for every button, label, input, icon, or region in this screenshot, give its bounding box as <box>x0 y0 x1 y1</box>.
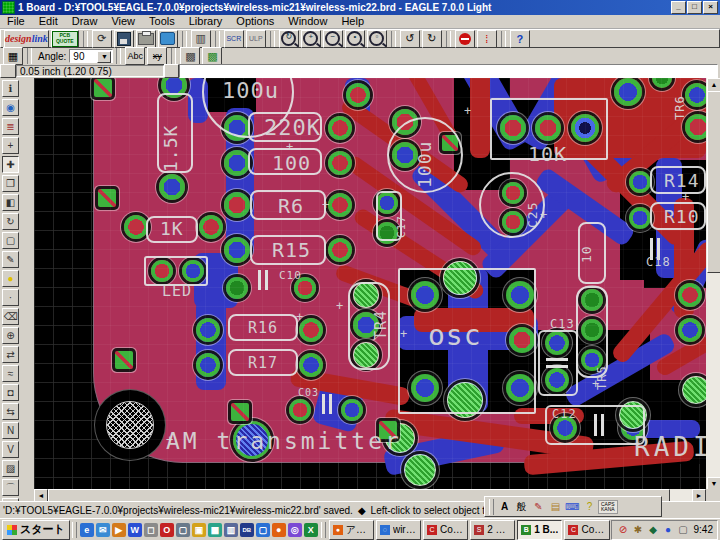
origin-cross[interactable]: + <box>400 328 408 340</box>
origin-cross[interactable]: + <box>336 300 344 312</box>
mark-tool[interactable]: + <box>2 137 19 154</box>
move-tool[interactable]: ✚ <box>2 156 19 173</box>
board-canvas[interactable]: 100u1.5K220K100R6R151KLEDC10R16R17C03AM … <box>34 78 706 489</box>
silkscreen-label[interactable]: 100u <box>222 80 279 102</box>
pad[interactable] <box>685 83 706 107</box>
messenger-icon[interactable]: ● <box>662 523 675 536</box>
display-settings-icon[interactable]: ▢ <box>677 523 690 536</box>
ime-grip[interactable] <box>489 499 494 515</box>
pad[interactable] <box>231 403 249 421</box>
opera-icon[interactable]: O <box>160 523 174 537</box>
display-mode1-button[interactable]: ▩ <box>180 47 200 65</box>
zoom-select-button[interactable]: ▫ <box>367 30 387 48</box>
vertical-scroll-thumb[interactable] <box>707 91 720 273</box>
capacitor-symbol[interactable] <box>258 270 261 290</box>
menu-tools[interactable]: Tools <box>142 15 182 28</box>
capacitor-symbol[interactable] <box>546 365 568 368</box>
pad[interactable] <box>685 114 706 140</box>
rotate-tool[interactable]: ↻ <box>2 213 19 230</box>
word-icon[interactable]: W <box>128 523 142 537</box>
ime-palette-icon[interactable]: ▤ <box>548 499 563 514</box>
ime-conversion-button[interactable]: 般 <box>514 499 529 514</box>
silkscreen-label[interactable]: C03 <box>298 388 319 398</box>
viewer-icon[interactable]: ◻ <box>144 523 158 537</box>
pad[interactable] <box>224 192 250 218</box>
mail-icon[interactable]: ✉ <box>96 523 110 537</box>
pad[interactable] <box>224 237 250 263</box>
export-image-button[interactable] <box>158 30 178 48</box>
ime-help-icon[interactable]: ? <box>582 499 597 514</box>
taskbar-window-eagle-sch[interactable]: S2 Sc... <box>470 520 515 540</box>
menu-library[interactable]: Library <box>182 15 230 28</box>
taskbar-window-search[interactable]: ◌wirel... <box>376 520 421 540</box>
close-button[interactable]: × <box>703 1 718 14</box>
pad[interactable] <box>682 376 706 404</box>
security-shield-icon[interactable]: ◆ <box>647 523 660 536</box>
gateswap-tool[interactable]: ⇆ <box>2 403 19 420</box>
pcb-quote-button[interactable]: PCBQUOTE <box>51 30 79 48</box>
miter-tool[interactable]: ⌒ <box>2 479 19 496</box>
updater-icon[interactable]: ✱ <box>632 523 645 536</box>
origin-cross[interactable]: + <box>682 191 690 203</box>
pad[interactable] <box>224 150 250 176</box>
show-tool[interactable]: ◉ <box>2 99 19 116</box>
zoom-fit-button[interactable]: • <box>345 30 365 48</box>
taskbar-window-firefox[interactable]: ●アクセ... <box>329 520 374 540</box>
component-outline[interactable] <box>538 330 578 396</box>
value-tool[interactable]: V <box>2 441 19 458</box>
open-board-button[interactable]: ⟳ <box>92 30 112 48</box>
undo-button[interactable]: ↺ <box>400 30 420 48</box>
menu-options[interactable]: Options <box>229 15 281 28</box>
silkscreen-label[interactable]: TR4 <box>374 310 389 340</box>
menu-draw[interactable]: Draw <box>65 15 105 28</box>
text-style-button[interactable]: Abc <box>125 47 145 65</box>
silkscreen-label[interactable]: AM transmitter <box>166 430 402 453</box>
image-viewer-icon[interactable]: ▦ <box>208 523 222 537</box>
silkscreen-label[interactable]: 1.5K <box>162 125 180 172</box>
database-icon[interactable]: DB <box>240 523 254 537</box>
delete-tool[interactable]: ⌫ <box>2 308 19 325</box>
pad[interactable] <box>328 193 352 217</box>
menu-help[interactable]: Help <box>334 15 371 28</box>
pad[interactable] <box>226 277 248 299</box>
display-layers-tool[interactable]: ≣ <box>2 118 19 135</box>
scroll-up-icon[interactable]: ▲ <box>707 78 720 92</box>
menu-window[interactable]: Window <box>281 15 334 28</box>
vertical-scrollbar[interactable]: ▲ ▼ <box>706 78 720 489</box>
silkscreen-label[interactable]: C10 <box>279 270 302 281</box>
zoom-redraw-button[interactable]: ↻ <box>279 30 299 48</box>
save-button[interactable] <box>114 30 134 48</box>
cut-tool[interactable]: · <box>2 289 19 306</box>
my-computer-icon[interactable]: ▥ <box>224 523 238 537</box>
silkscreen-label[interactable]: LED <box>162 284 192 299</box>
smash-tool[interactable]: ▨ <box>2 460 19 477</box>
pad[interactable] <box>678 283 702 307</box>
angle-dropdown[interactable]: 90 ▼ <box>69 49 113 63</box>
ime-caps-kana[interactable]: CAPSKANA <box>598 500 618 514</box>
origin-cross[interactable]: + <box>464 105 472 117</box>
silkscreen-label[interactable]: C25 <box>526 202 539 228</box>
explorer-icon[interactable]: ▣ <box>192 523 206 537</box>
display-mode2-button[interactable]: ▩ <box>202 47 222 65</box>
show-desktop-icon[interactable]: ▢ <box>176 523 190 537</box>
silkscreen-label[interactable]: TR6 <box>674 95 686 120</box>
taskbar-window-red-c[interactable]: CCont... <box>564 520 609 540</box>
menu-file[interactable]: File <box>0 15 32 28</box>
pad[interactable] <box>341 399 363 421</box>
pad[interactable] <box>299 353 323 377</box>
silkscreen-label[interactable]: 220K <box>264 117 321 139</box>
volume-muted-icon[interactable]: ⊘ <box>617 523 630 536</box>
zoom-in-button[interactable]: + <box>301 30 321 48</box>
ie-icon[interactable]: e <box>80 523 94 537</box>
origin-cross[interactable]: + <box>166 434 174 446</box>
pinswap-tool[interactable]: ⇄ <box>2 346 19 363</box>
pad[interactable] <box>94 79 112 97</box>
group-tool[interactable]: ▢ <box>2 232 19 249</box>
pad[interactable] <box>328 238 352 262</box>
menu-edit[interactable]: Edit <box>32 15 65 28</box>
info-tool[interactable]: ℹ <box>2 80 19 97</box>
coord-mini-button[interactable] <box>164 64 179 78</box>
paint-tool[interactable]: ● <box>2 270 19 287</box>
silkscreen-label[interactable]: R14 <box>664 172 700 190</box>
capacitor-symbol[interactable] <box>594 414 597 436</box>
